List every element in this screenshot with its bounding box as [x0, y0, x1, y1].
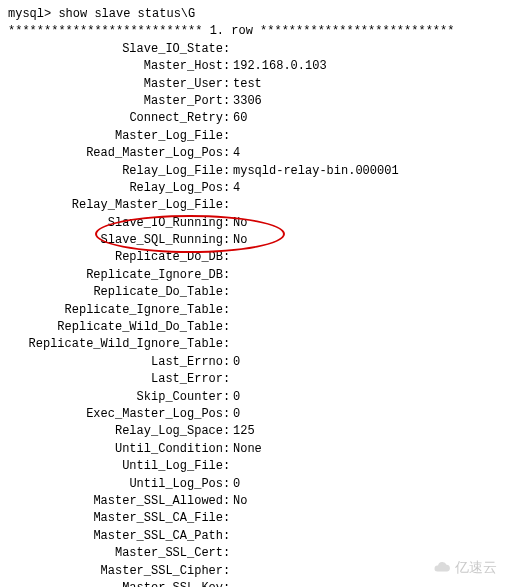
colon-separator: : — [223, 58, 231, 75]
status-row: Replicate_Ignore_Table: — [8, 302, 501, 319]
status-value: 60 — [231, 110, 247, 127]
status-value: test — [231, 76, 262, 93]
status-value: None — [231, 441, 262, 458]
mysql-prompt: mysql> show slave status\G — [8, 6, 501, 23]
colon-separator: : — [223, 493, 231, 510]
status-label: Replicate_Wild_Do_Table — [8, 319, 223, 336]
colon-separator: : — [223, 441, 231, 458]
watermark: 亿速云 — [433, 557, 497, 577]
colon-separator: : — [223, 76, 231, 93]
colon-separator: : — [223, 510, 231, 527]
status-value: 4 — [231, 180, 240, 197]
status-row: Relay_Log_Pos:4 — [8, 180, 501, 197]
colon-separator: : — [223, 267, 231, 284]
status-label: Replicate_Ignore_DB — [8, 267, 223, 284]
status-value — [231, 249, 233, 266]
status-value: 0 — [231, 476, 240, 493]
status-value: 0 — [231, 389, 240, 406]
status-label: Master_SSL_CA_File — [8, 510, 223, 527]
status-value: 125 — [231, 423, 255, 440]
status-row: Master_SSL_Cipher: — [8, 563, 501, 580]
status-row: Replicate_Wild_Do_Table: — [8, 319, 501, 336]
status-label: Relay_Log_Pos — [8, 180, 223, 197]
status-value — [231, 580, 233, 587]
colon-separator: : — [223, 423, 231, 440]
status-row: Exec_Master_Log_Pos:0 — [8, 406, 501, 423]
status-value — [231, 284, 233, 301]
status-row: Relay_Log_File:mysqld-relay-bin.000001 — [8, 163, 501, 180]
colon-separator: : — [223, 458, 231, 475]
status-row: Master_SSL_Key: — [8, 580, 501, 587]
status-row: Master_SSL_CA_Path: — [8, 528, 501, 545]
status-label: Last_Error — [8, 371, 223, 388]
status-label: Slave_IO_State — [8, 41, 223, 58]
status-label: Replicate_Do_Table — [8, 284, 223, 301]
status-value — [231, 458, 233, 475]
status-value: No — [231, 232, 247, 249]
status-value: 4 — [231, 145, 240, 162]
colon-separator: : — [223, 249, 231, 266]
status-label: Skip_Counter — [8, 389, 223, 406]
status-row: Replicate_Ignore_DB: — [8, 267, 501, 284]
status-row: Replicate_Wild_Ignore_Table: — [8, 336, 501, 353]
cloud-icon — [433, 558, 451, 576]
status-row: Master_Host:192.168.0.103 — [8, 58, 501, 75]
colon-separator: : — [223, 180, 231, 197]
status-label: Until_Condition — [8, 441, 223, 458]
status-value: No — [231, 493, 247, 510]
colon-separator: : — [223, 406, 231, 423]
colon-separator: : — [223, 197, 231, 214]
status-value: 0 — [231, 406, 240, 423]
status-value — [231, 302, 233, 319]
colon-separator: : — [223, 163, 231, 180]
status-row: Last_Errno:0 — [8, 354, 501, 371]
colon-separator: : — [223, 215, 231, 232]
status-label: Master_Log_File — [8, 128, 223, 145]
status-label: Slave_IO_Running — [8, 215, 223, 232]
status-row: Until_Condition:None — [8, 441, 501, 458]
status-value — [231, 528, 233, 545]
status-label: Master_SSL_Allowed — [8, 493, 223, 510]
status-value — [231, 563, 233, 580]
status-label: Master_Host — [8, 58, 223, 75]
status-row: Connect_Retry:60 — [8, 110, 501, 127]
status-row: Slave_SQL_Running:No — [8, 232, 501, 249]
colon-separator: : — [223, 302, 231, 319]
status-row: Last_Error: — [8, 371, 501, 388]
status-label: Until_Log_Pos — [8, 476, 223, 493]
status-label: Master_SSL_Cipher — [8, 563, 223, 580]
status-value — [231, 510, 233, 527]
status-row: Relay_Log_Space:125 — [8, 423, 501, 440]
status-label: Last_Errno — [8, 354, 223, 371]
status-value: 0 — [231, 354, 240, 371]
status-value — [231, 371, 233, 388]
status-label: Master_Port — [8, 93, 223, 110]
status-label: Until_Log_File — [8, 458, 223, 475]
colon-separator: : — [223, 110, 231, 127]
row-separator: *************************** 1. row *****… — [8, 23, 501, 40]
colon-separator: : — [223, 319, 231, 336]
status-label: Replicate_Wild_Ignore_Table — [8, 336, 223, 353]
status-row: Read_Master_Log_Pos:4 — [8, 145, 501, 162]
status-output: Slave_IO_State:Master_Host:192.168.0.103… — [8, 41, 501, 587]
colon-separator: : — [223, 389, 231, 406]
status-row: Master_Log_File: — [8, 128, 501, 145]
colon-separator: : — [223, 232, 231, 249]
status-label: Replicate_Ignore_Table — [8, 302, 223, 319]
status-value — [231, 41, 233, 58]
colon-separator: : — [223, 371, 231, 388]
status-row: Master_User:test — [8, 76, 501, 93]
status-row: Relay_Master_Log_File: — [8, 197, 501, 214]
status-label: Slave_SQL_Running — [8, 232, 223, 249]
status-row: Until_Log_File: — [8, 458, 501, 475]
status-label: Replicate_Do_DB — [8, 249, 223, 266]
status-row: Until_Log_Pos:0 — [8, 476, 501, 493]
status-label: Master_SSL_CA_Path — [8, 528, 223, 545]
colon-separator: : — [223, 336, 231, 353]
status-label: Exec_Master_Log_Pos — [8, 406, 223, 423]
colon-separator: : — [223, 284, 231, 301]
status-row: Master_SSL_Allowed:No — [8, 493, 501, 510]
status-value: 3306 — [231, 93, 262, 110]
status-value — [231, 545, 233, 562]
status-row: Replicate_Do_Table: — [8, 284, 501, 301]
